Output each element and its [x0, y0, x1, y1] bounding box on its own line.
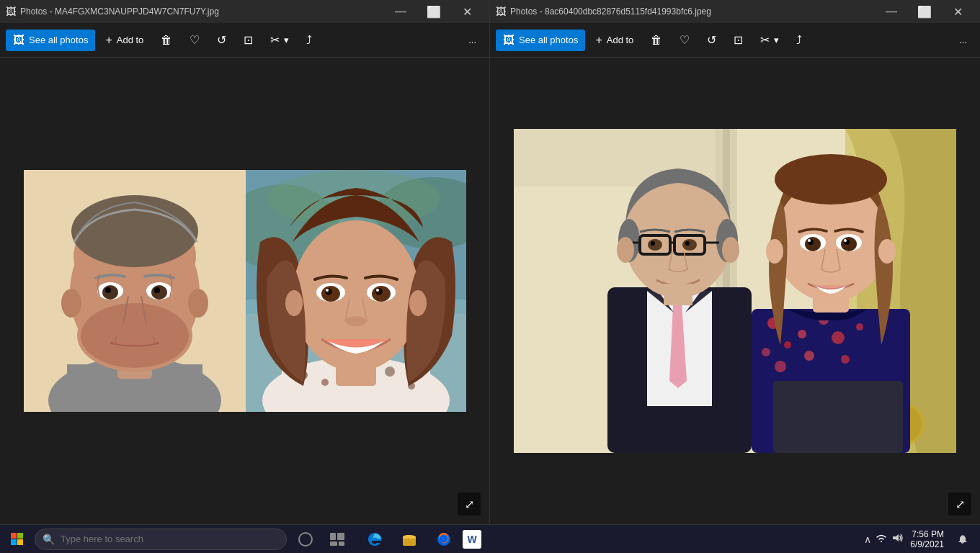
- right-crop-button[interactable]: ⊡: [726, 29, 750, 51]
- right-edit-icon: ✂: [760, 33, 770, 47]
- left-see-all-photos-button[interactable]: 🖼 See all photos: [6, 30, 95, 51]
- left-expand-button[interactable]: ⤢: [458, 493, 481, 516]
- trash-icon: 🗑: [161, 34, 172, 47]
- right-window-title: Photos - 8ac60400dbc82876d5115fd41993bfc…: [510, 6, 711, 17]
- search-input[interactable]: [61, 534, 279, 544]
- start-button[interactable]: [0, 525, 35, 554]
- left-delete-button[interactable]: 🗑: [153, 30, 179, 51]
- right-window-controls: — ⬜ ✕: [875, 0, 974, 23]
- left-close-button[interactable]: ✕: [450, 0, 484, 23]
- right-favorite-button[interactable]: ♡: [672, 29, 697, 51]
- left-share-button[interactable]: ⤴: [299, 30, 319, 51]
- notification-button[interactable]: [951, 525, 974, 554]
- right-expand-button[interactable]: ⤢: [948, 493, 971, 516]
- svg-point-97: [299, 533, 312, 546]
- left-toolbar: 🖼 See all photos + Add to 🗑 ♡ ↺ ⊡ ✂ ▾: [0, 23, 489, 58]
- task-view-button[interactable]: [321, 526, 353, 553]
- left-window-controls: — ⬜ ✕: [384, 0, 484, 23]
- svg-point-81: [775, 154, 887, 204]
- right-photo-container: ⤢: [490, 58, 980, 524]
- right-share-button[interactable]: ⤴: [789, 30, 809, 51]
- left-rotate-button[interactable]: ↺: [210, 29, 233, 51]
- taskbar-search-bar[interactable]: 🔍: [35, 529, 287, 550]
- left-photo-container: ⤢: [0, 58, 489, 524]
- svg-point-15: [123, 319, 146, 331]
- clock[interactable]: 7:56 PM 6/9/2021: [907, 529, 947, 549]
- svg-rect-95: [11, 539, 17, 545]
- left-more-button[interactable]: ...: [461, 30, 484, 50]
- svg-point-61: [648, 239, 662, 251]
- svg-point-90: [766, 239, 783, 264]
- heart-icon: ♡: [190, 33, 200, 47]
- couple-svg: [514, 129, 956, 453]
- left-crop-button[interactable]: ⊡: [236, 29, 260, 51]
- svg-point-40: [346, 316, 366, 326]
- svg-rect-101: [339, 541, 344, 546]
- file-explorer-icon[interactable]: [393, 526, 425, 553]
- svg-rect-92: [773, 381, 903, 453]
- right-minimize-button[interactable]: —: [875, 0, 908, 23]
- edit-icon: ✂: [270, 33, 280, 47]
- right-crop-icon: ⊡: [734, 33, 743, 47]
- left-add-to-button[interactable]: + Add to: [98, 30, 151, 51]
- svg-point-41: [285, 290, 303, 316]
- svg-point-63: [651, 241, 655, 246]
- svg-point-27: [321, 379, 329, 386]
- edge-icon[interactable]: [359, 526, 391, 553]
- left-window-icon: 🖼: [6, 6, 16, 17]
- right-photo-window: 🖼 Photos - 8ac60400dbc82876d5115fd41993b…: [490, 0, 980, 524]
- svg-rect-96: [17, 539, 23, 545]
- right-more-button[interactable]: ...: [952, 30, 974, 50]
- svg-point-16: [61, 289, 81, 318]
- right-delete-button[interactable]: 🗑: [643, 30, 669, 51]
- svg-rect-99: [337, 533, 344, 540]
- tray-chevron-icon[interactable]: ∧: [864, 534, 871, 545]
- svg-rect-67: [664, 284, 692, 305]
- svg-point-12: [151, 285, 167, 300]
- taskbar-apps: W: [353, 526, 487, 553]
- volume-icon[interactable]: [891, 533, 903, 545]
- search-icon: 🔍: [43, 534, 55, 545]
- right-face-panel: [246, 170, 466, 412]
- network-icon[interactable]: [876, 533, 887, 545]
- photos-icon: 🖼: [13, 34, 24, 47]
- right-see-all-photos-button[interactable]: 🖼 See all photos: [496, 30, 585, 51]
- svg-point-89: [844, 239, 847, 242]
- right-photo-image: [514, 129, 956, 453]
- right-edit-button[interactable]: ✂ ▾: [753, 29, 786, 51]
- left-face-panel: [24, 170, 246, 412]
- right-add-icon: +: [595, 34, 602, 47]
- svg-rect-94: [17, 533, 23, 539]
- svg-point-28: [385, 367, 395, 377]
- crop-icon: ⊡: [244, 33, 253, 47]
- left-favorite-button[interactable]: ♡: [182, 29, 207, 51]
- svg-point-73: [832, 331, 845, 344]
- left-edit-button[interactable]: ✂ ▾: [263, 29, 296, 51]
- right-heart-icon: ♡: [680, 33, 690, 47]
- svg-point-84: [805, 237, 821, 251]
- right-rotate-button[interactable]: ↺: [700, 29, 723, 51]
- svg-point-13: [105, 287, 111, 293]
- left-minimize-button[interactable]: —: [384, 0, 417, 23]
- svg-point-70: [798, 330, 806, 338]
- svg-point-85: [841, 237, 857, 251]
- right-maximize-button[interactable]: ⬜: [908, 0, 941, 23]
- clock-time: 7:56 PM: [912, 529, 944, 539]
- svg-point-76: [804, 351, 814, 361]
- right-rotate-icon: ↺: [707, 33, 716, 47]
- svg-point-39: [376, 289, 379, 292]
- right-close-button[interactable]: ✕: [941, 0, 974, 23]
- left-maximize-button[interactable]: ⬜: [417, 0, 450, 23]
- svg-rect-98: [330, 533, 336, 540]
- svg-point-77: [841, 355, 850, 364]
- left-window-title: Photos - MA4FGXMC3NAUPPJD4W7CN7FU7Y.jpg: [20, 6, 219, 17]
- right-add-to-button[interactable]: + Add to: [588, 30, 641, 51]
- svg-point-74: [762, 348, 770, 356]
- right-title-bar: 🖼 Photos - 8ac60400dbc82876d5115fd41993b…: [490, 0, 980, 23]
- svg-point-75: [856, 323, 863, 331]
- left-photo-window: 🖼 Photos - MA4FGXMC3NAUPPJD4W7CN7FU7Y.jp…: [0, 0, 490, 524]
- firefox-icon[interactable]: [428, 526, 460, 553]
- word-icon[interactable]: W: [463, 530, 481, 549]
- add-icon: +: [105, 34, 112, 47]
- cortana-button[interactable]: [290, 526, 321, 553]
